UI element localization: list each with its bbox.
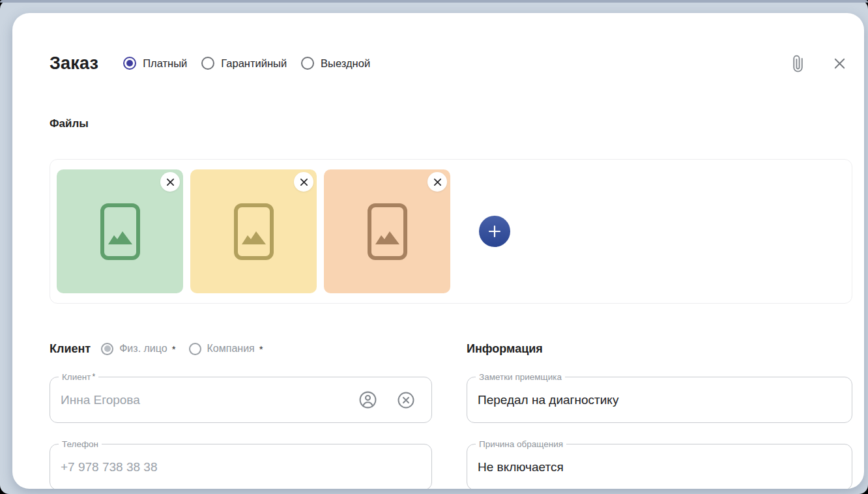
image-placeholder-icon [233,203,274,261]
clear-client-button[interactable] [395,389,417,411]
file-thumbnail-1[interactable] [57,169,183,293]
modal-header: Заказ Платный Гарантийный Выездной [50,51,852,76]
request-reason-field: Причина обращения [467,444,852,489]
info-section: Информация Заметки приемщика Причина обр… [467,338,852,489]
file-thumbnail-3[interactable] [324,169,450,293]
radio-order-onsite[interactable]: Выездной [301,57,370,70]
client-name-field: Клиент* [50,377,432,423]
remove-file-button[interactable] [294,172,313,192]
radio-selected-icon [123,57,136,70]
remove-icon [166,178,175,186]
order-modal: Заказ Платный Гарантийный Выездной [12,13,864,489]
client-section: Клиент Физ. лицо * Компания * [50,338,432,489]
remove-file-button[interactable] [427,172,447,192]
remove-icon [433,178,442,186]
image-placeholder-icon [367,203,408,261]
radio-unselected-icon [189,343,201,355]
client-type-radio-group: Физ. лицо * Компания * [101,343,263,355]
receiver-notes-field: Заметки приемщика [467,377,852,423]
attach-button[interactable] [788,54,807,73]
radio-client-person[interactable]: Физ. лицо * [101,343,175,355]
client-phone-field: Телефон [50,444,432,489]
radio-unselected-icon [301,57,314,70]
order-type-radio-group: Платный Гарантийный Выездной [123,57,370,70]
image-placeholder-icon [100,203,141,261]
radio-unselected-icon [201,57,214,70]
paperclip-icon [787,51,809,74]
radio-client-company[interactable]: Компания * [189,343,263,355]
clear-circle-icon [396,390,416,410]
client-section-title: Клиент [50,342,91,356]
radio-selected-disabled-icon [101,343,113,355]
remove-file-button[interactable] [160,172,180,192]
add-file-button[interactable] [479,216,510,247]
page-title: Заказ [50,53,98,74]
receiver-notes-input[interactable] [467,377,852,422]
radio-order-paid[interactable]: Платный [123,57,187,70]
person-circle-icon [358,390,378,410]
file-thumbnail-2[interactable] [190,169,317,293]
radio-order-warranty[interactable]: Гарантийный [201,57,287,70]
files-container [50,159,852,304]
client-phone-input[interactable] [50,444,431,489]
select-client-button[interactable] [356,388,379,411]
files-section-title: Файлы [50,117,852,130]
plus-icon [487,224,502,239]
request-reason-input[interactable] [467,444,852,489]
remove-icon [300,178,308,186]
close-button[interactable] [831,55,848,72]
info-section-title: Информация [467,342,543,356]
close-icon [832,56,847,71]
